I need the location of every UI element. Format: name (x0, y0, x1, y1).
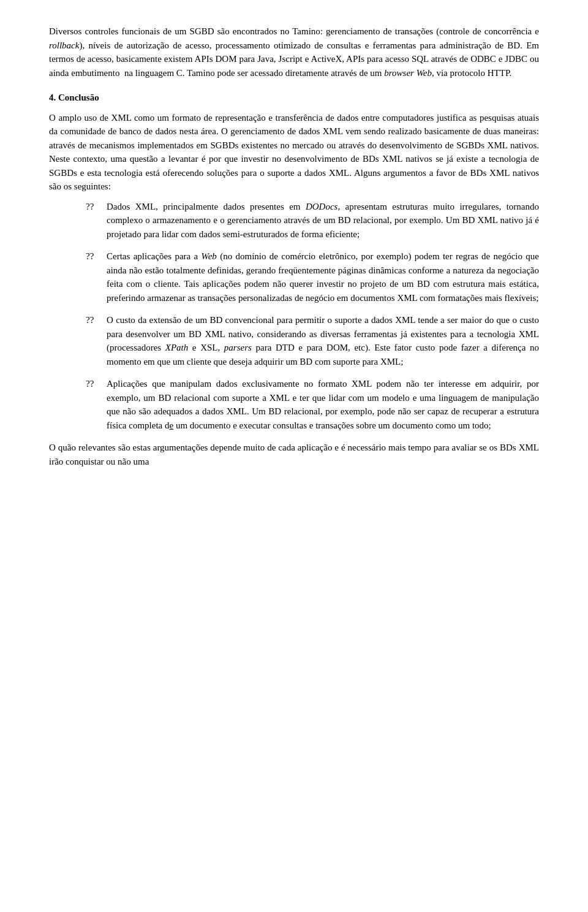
bullet-text: Certas aplicações para a Web (no domínio… (107, 249, 539, 305)
bullet-text: O custo da extensão de um BD convenciona… (107, 313, 539, 368)
bullet-marker: ?? (86, 200, 104, 214)
rollback-italic: rollback (49, 40, 79, 50)
dodocs-italic: DODocs (306, 202, 338, 211)
bullet-list: ?? Dados XML, principalmente dados prese… (86, 200, 539, 433)
list-item: ?? Certas aplicações para a Web (no domí… (86, 249, 539, 305)
list-item: ?? O custo da extensão de um BD convenci… (86, 313, 539, 368)
bullet-marker: ?? (86, 313, 104, 327)
xpath-italic: XPath (165, 343, 189, 352)
bullet-text: Aplicações que manipulam dados exclusiva… (107, 377, 539, 432)
parsers-italic: parsers (224, 343, 252, 352)
section4-paragraph1: O amplo uso de XML como um formato de re… (49, 111, 539, 194)
browser-italic: browser Web (384, 68, 432, 78)
closing-paragraph: O quão relevantes são estas argumentaçõe… (49, 441, 539, 468)
bullet-marker: ?? (86, 249, 104, 264)
list-item: ?? Aplicações que manipulam dados exclus… (86, 377, 539, 432)
list-item: ?? Dados XML, principalmente dados prese… (86, 200, 539, 241)
web-italic: Web (202, 251, 217, 261)
intro-paragraph: Diversos controles funcionais de um SGBD… (49, 25, 539, 80)
page: Diversos controles funcionais de um SGBD… (0, 0, 588, 912)
section-4-heading: 4. Conclusão (49, 91, 539, 105)
bullet-text: Dados XML, principalmente dados presente… (107, 200, 539, 241)
bullet-marker: ?? (86, 377, 104, 391)
